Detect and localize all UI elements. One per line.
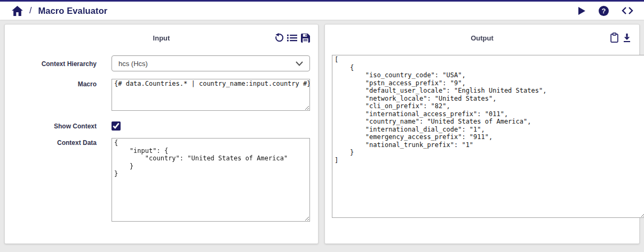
context-data-input[interactable]: { "input": { "country": "United States o… [112,138,310,222]
output-panel: Output [ { "iso_coun [324,24,640,244]
output-panel-actions [610,25,631,51]
list-icon[interactable] [287,34,297,42]
context-data-label: Context Data [11,138,97,147]
output-panel-header: Output [325,25,639,51]
macro-label: Macro [11,79,97,88]
reset-icon[interactable] [274,33,283,43]
download-icon[interactable] [623,33,631,43]
help-glyph: ? [599,6,609,16]
output-textarea[interactable]: [ { "iso_country_code": "USA", "pstn_acc… [332,55,644,218]
context-hierarchy-selected-value: hcs (Hcs) [118,60,148,68]
context-hierarchy-row: Context Hierarchy hcs (Hcs) [11,55,310,71]
context-data-row: Context Data { "input": { "country": "Un… [11,138,310,222]
macro-row: Macro {# data.Countries.* | country_name… [11,79,310,111]
input-panel-header: Input [5,25,318,51]
breadcrumb: / Macro Evaluator [12,6,107,16]
copy-to-clipboard-icon[interactable] [610,32,619,43]
page-title: Macro Evaluator [38,6,107,16]
show-context-row: Show Context [11,121,310,133]
context-hierarchy-select[interactable]: hcs (Hcs) [112,55,310,71]
code-icon[interactable] [622,6,633,15]
breadcrumb-separator: / [29,6,31,15]
input-panel: Input [4,24,319,244]
help-icon[interactable]: ? [599,6,609,16]
chevron-down-icon [296,61,303,66]
input-panel-title: Input [153,34,170,42]
save-icon[interactable] [301,34,310,43]
show-context-label: Show Context [11,121,97,130]
output-panel-title: Output [471,34,494,42]
run-macro-icon[interactable] [577,6,586,15]
header-actions: ? [577,6,633,16]
home-icon[interactable] [12,6,23,16]
input-panel-actions [274,25,310,51]
context-hierarchy-label: Context Hierarchy [11,55,97,68]
show-context-checkbox[interactable] [112,121,121,131]
macro-input[interactable]: {# data.Countries.* | country_name:input… [112,79,310,111]
app-header: / Macro Evaluator ? [0,2,644,20]
main-content: Input [0,20,644,248]
